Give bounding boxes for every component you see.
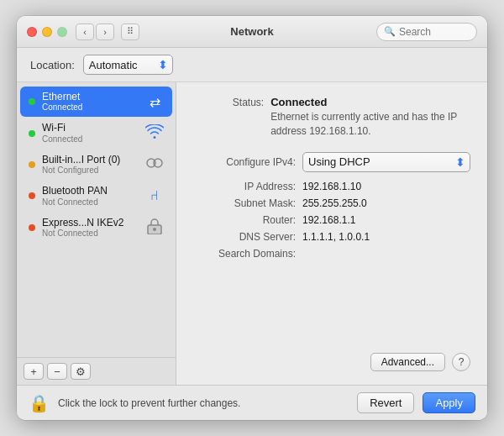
dns-server-row: DNS Server: 1.1.1.1, 1.0.0.1 (193, 231, 470, 243)
minimize-button[interactable] (42, 27, 52, 37)
network-window: ‹ › ⠿ Network 🔍 Location: Automatic Home… (17, 16, 487, 420)
search-domains-label: Search Domains: (193, 248, 302, 260)
ip-address-row: IP Address: 192.168.1.10 (193, 181, 470, 192)
ethernet-icon: ⇄ (145, 94, 164, 110)
svg-point-3 (153, 228, 156, 231)
status-description: Ethernet is currently active and has the… (270, 110, 470, 139)
ethernet-text: Ethernet Connected (42, 91, 139, 113)
help-button[interactable]: ? (452, 353, 470, 371)
ip-value: 192.168.1.10 (302, 181, 361, 192)
bluetooth-text: Bluetooth PAN Not Connected (42, 185, 139, 207)
builtin-sub: Not Configured (42, 165, 139, 176)
vpn-lock-icon (145, 218, 164, 237)
nav-buttons: ‹ › (76, 24, 114, 40)
builtin-text: Built-in...I Port (0) Not Configured (42, 154, 139, 176)
sidebar: Ethernet Connected ⇄ Wi-Fi Connected (17, 82, 176, 385)
port-icon (145, 155, 164, 173)
sidebar-footer: + − ⚙ (17, 357, 176, 385)
detail-footer-buttons: Advanced... ? (193, 353, 470, 371)
location-bar: Location: Automatic Home Work Edit Locat… (17, 48, 487, 82)
configure-label: Configure IPv4: (193, 156, 302, 168)
location-select[interactable]: Automatic Home Work Edit Locations... (83, 55, 173, 75)
apply-button[interactable]: Apply (423, 392, 475, 413)
dns-value: 1.1.1.1, 1.0.0.1 (302, 231, 370, 243)
sidebar-item-builtin-port[interactable]: Built-in...I Port (0) Not Configured (20, 150, 172, 180)
sidebar-list: Ethernet Connected ⇄ Wi-Fi Connected (17, 82, 176, 357)
main-content: Ethernet Connected ⇄ Wi-Fi Connected (17, 82, 487, 385)
sidebar-item-ethernet[interactable]: Ethernet Connected ⇄ (20, 87, 172, 117)
status-value: Connected (270, 96, 470, 108)
titlebar: ‹ › ⠿ Network 🔍 (17, 16, 487, 48)
add-network-button[interactable]: + (24, 363, 44, 380)
ip-label: IP Address: (193, 181, 302, 192)
wifi-name: Wi-Fi (42, 122, 139, 134)
dns-label: DNS Server: (193, 231, 302, 243)
wifi-sub: Connected (42, 134, 139, 144)
vpn-text: Express...N IKEv2 Not Connected (42, 217, 139, 239)
ethernet-sub: Connected (42, 102, 139, 113)
status-row: Status: Connected Ethernet is currently … (193, 96, 470, 139)
sidebar-item-bluetooth[interactable]: Bluetooth PAN Not Connected ⑁ (20, 181, 172, 211)
search-box[interactable]: 🔍 (376, 23, 477, 41)
builtin-status-dot (29, 161, 35, 168)
forward-button[interactable]: › (96, 24, 114, 40)
vpn-sub: Not Connected (42, 229, 139, 239)
vpn-name: Express...N IKEv2 (42, 217, 139, 229)
subnet-label: Subnet Mask: (193, 197, 302, 209)
search-input[interactable] (399, 26, 466, 38)
ethernet-status-dot (29, 98, 35, 105)
ethernet-name: Ethernet (42, 91, 139, 102)
search-icon: 🔍 (384, 26, 396, 37)
wifi-text: Wi-Fi Connected (42, 122, 139, 144)
remove-network-button[interactable]: − (47, 363, 67, 380)
maximize-button[interactable] (57, 27, 67, 37)
subnet-mask-row: Subnet Mask: 255.255.255.0 (193, 197, 470, 209)
wifi-icon (145, 124, 164, 143)
revert-button[interactable]: Revert (357, 392, 414, 413)
window-title: Network (230, 25, 273, 38)
configure-select[interactable]: Using DHCP Manually Off (302, 152, 470, 172)
sidebar-item-vpn[interactable]: Express...N IKEv2 Not Connected (20, 213, 172, 243)
traffic-lights (27, 27, 67, 37)
subnet-value: 255.255.255.0 (302, 197, 367, 209)
settings-button[interactable]: ⚙ (71, 363, 91, 380)
window-footer: 🔒 Click the lock to prevent further chan… (17, 385, 487, 420)
back-button[interactable]: ‹ (76, 24, 94, 40)
lock-text: Click the lock to prevent further change… (58, 397, 349, 409)
configure-select-wrapper: Using DHCP Manually Off ⬍ (302, 152, 470, 172)
router-row: Router: 192.168.1.1 (193, 214, 470, 226)
status-label: Status: (193, 96, 270, 108)
location-select-wrapper: Automatic Home Work Edit Locations... ⬍ (83, 55, 173, 75)
grid-button[interactable]: ⠿ (121, 24, 139, 40)
detail-panel: Status: Connected Ethernet is currently … (176, 82, 487, 385)
close-button[interactable] (27, 27, 37, 37)
bluetooth-name: Bluetooth PAN (42, 185, 139, 197)
bluetooth-status-dot (29, 192, 35, 199)
builtin-name: Built-in...I Port (0) (42, 154, 139, 165)
vpn-status-dot (29, 224, 35, 231)
search-domains-row: Search Domains: (193, 248, 470, 260)
sidebar-item-wifi[interactable]: Wi-Fi Connected (20, 118, 172, 148)
bluetooth-sub: Not Connected (42, 197, 139, 207)
advanced-button[interactable]: Advanced... (370, 353, 445, 371)
status-content: Connected Ethernet is currently active a… (270, 96, 470, 139)
router-value: 192.168.1.1 (302, 214, 355, 226)
bluetooth-icon: ⑁ (145, 188, 164, 203)
router-label: Router: (193, 214, 302, 226)
lock-icon[interactable]: 🔒 (29, 393, 50, 413)
configure-row: Configure IPv4: Using DHCP Manually Off … (193, 152, 470, 172)
location-label: Location: (30, 59, 75, 71)
wifi-status-dot (29, 130, 35, 137)
